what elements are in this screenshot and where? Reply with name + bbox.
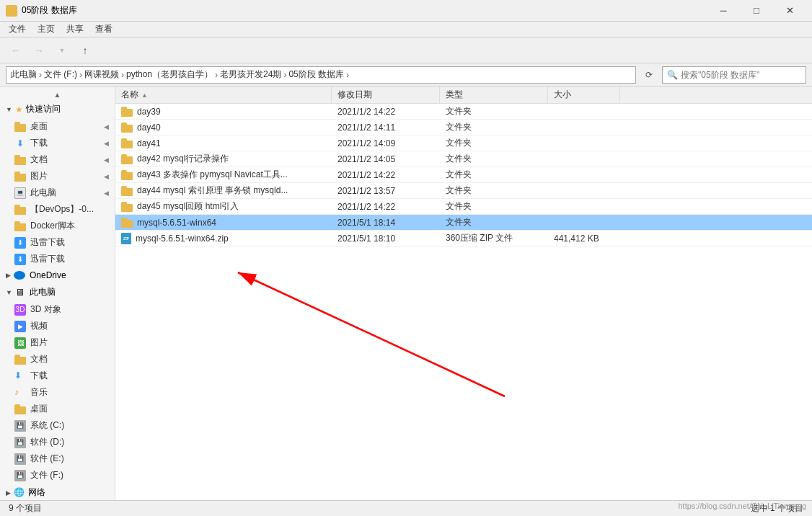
sidebar-item-softE[interactable]: 💾 软件 (E:) bbox=[0, 450, 115, 467]
search-box: 🔍 bbox=[662, 66, 806, 84]
search-input[interactable] bbox=[681, 70, 801, 80]
folder-icon bbox=[121, 154, 133, 164]
network-header[interactable]: ▶ 🌐 网络 bbox=[0, 484, 115, 500]
main-area: ▲ ▼ ★ 快速访问 桌面 ◀ ⬇ 下载 ◀ 文档 ◀ 图片 ◀ 💻 bbox=[0, 86, 812, 500]
toolbar: ← → ▼ ↑ bbox=[0, 37, 812, 63]
sidebar-item-docs2[interactable]: 文档 bbox=[0, 351, 115, 368]
sidebar-item-dl2[interactable]: ⬇ 下载 bbox=[0, 368, 115, 384]
sidebar-item-devops[interactable]: 【DevOps】-0... bbox=[0, 201, 115, 218]
recent-locations-button[interactable]: ▼ bbox=[52, 40, 72, 61]
sort-icon-name: ▲ bbox=[141, 92, 148, 99]
sidebar-item-fileF[interactable]: 💾 文件 (F:) bbox=[0, 467, 115, 484]
sidebar-item-sysC[interactable]: 💾 系统 (C:) bbox=[0, 417, 115, 434]
table-row[interactable]: day43 多表操作 pymysql Navicat工具...2021/1/2 … bbox=[115, 167, 812, 183]
folder-icon-devops bbox=[14, 205, 26, 215]
folder-icon-pics bbox=[14, 172, 26, 182]
table-row[interactable]: mysql-5.6.51-winx642021/5/1 18:14文件夹 bbox=[115, 215, 812, 231]
table-row[interactable]: day402021/1/2 14:11文件夹 bbox=[115, 120, 812, 135]
table-row[interactable]: day392021/1/2 14:22文件夹 bbox=[115, 104, 812, 120]
sidebar-item-pictures[interactable]: 图片 ◀ bbox=[0, 168, 115, 184]
thunder-icon1: ⬇ bbox=[14, 237, 26, 249]
download-icon: ⬇ bbox=[14, 138, 26, 149]
thispc-expand: ▼ bbox=[6, 289, 12, 296]
back-button[interactable]: ← bbox=[6, 40, 26, 61]
minimize-button[interactable]: ─ bbox=[707, 0, 740, 22]
sidebar-item-docker[interactable]: Docker脚本 bbox=[0, 218, 115, 234]
pin-icon3: ◀ bbox=[104, 156, 109, 164]
sidebar-item-music[interactable]: ♪ 音乐 bbox=[0, 384, 115, 401]
onedrive-header[interactable]: ▶ OneDrive bbox=[0, 267, 115, 283]
menu-home[interactable]: 主页 bbox=[32, 22, 61, 37]
menu-share[interactable]: 共享 bbox=[61, 22, 89, 37]
breadcrumb-dev24[interactable]: 老男孩开发24期 bbox=[220, 68, 281, 81]
col-header-date[interactable]: 修改日期 bbox=[332, 86, 440, 103]
file-rows-container: day392021/1/2 14:22文件夹day402021/1/2 14:1… bbox=[115, 104, 812, 246]
folder-icon bbox=[121, 186, 133, 196]
sidebar-item-pictures2[interactable]: 🖼 图片 bbox=[0, 334, 115, 351]
network-label: 网络 bbox=[28, 486, 45, 499]
thunder-icon2: ⬇ bbox=[14, 254, 26, 265]
pin-icon2: ◀ bbox=[104, 140, 109, 147]
breadcrumb-thispc[interactable]: 此电脑 bbox=[11, 68, 37, 81]
network-expand: ▶ bbox=[6, 489, 11, 497]
pictures-icon: 🖼 bbox=[14, 337, 26, 349]
col-header-size[interactable]: 大小 bbox=[548, 86, 620, 103]
folder-icon-docs bbox=[14, 155, 26, 165]
sidebar-item-desktop2[interactable]: 桌面 bbox=[0, 401, 115, 417]
refresh-button[interactable]: ⟳ bbox=[640, 66, 658, 84]
table-row[interactable]: day44 mysql 索引原理 事务锁 mysqld...2021/1/2 1… bbox=[115, 183, 812, 199]
computer-icon: 💻 bbox=[14, 187, 26, 199]
breadcrumb-current[interactable]: 05阶段 数据库 bbox=[288, 68, 344, 81]
breadcrumb-python[interactable]: python（老男孩自学） bbox=[126, 68, 213, 81]
title-bar-controls: ─ □ ✕ bbox=[707, 0, 806, 22]
breadcrumb-courses[interactable]: 网课视频 bbox=[84, 68, 119, 81]
folder-icon-docs2 bbox=[14, 355, 26, 365]
pin-icon: ◀ bbox=[104, 123, 109, 130]
menu-file[interactable]: 文件 bbox=[3, 22, 32, 37]
menu-view[interactable]: 查看 bbox=[89, 22, 118, 37]
thispc-icon: 🖥 bbox=[15, 287, 27, 298]
close-button[interactable]: ✕ bbox=[773, 0, 806, 22]
quick-access-star-icon: ★ bbox=[15, 104, 23, 115]
thispc-section-header[interactable]: ▼ 🖥 此电脑 bbox=[0, 283, 115, 301]
quick-access-expand: ▼ bbox=[6, 106, 12, 113]
folder-icon bbox=[121, 107, 133, 117]
folder-icon bbox=[121, 123, 133, 133]
sidebar-item-downloads[interactable]: ⬇ 下载 ◀ bbox=[0, 135, 115, 151]
pin-icon5: ◀ bbox=[104, 190, 109, 197]
sidebar-item-thunder2[interactable]: ⬇ 迅雷下载 bbox=[0, 251, 115, 267]
table-row[interactable]: day412021/1/2 14:09文件夹 bbox=[115, 135, 812, 151]
thispc-label: 此电脑 bbox=[30, 286, 56, 298]
sidebar-item-desktop[interactable]: 桌面 ◀ bbox=[0, 118, 115, 135]
maximize-button[interactable]: □ bbox=[740, 0, 773, 22]
sidebar-item-3d[interactable]: 3D 3D 对象 bbox=[0, 301, 115, 318]
breadcrumb-drive[interactable]: 文件 (F:) bbox=[44, 68, 77, 81]
music-icon: ♪ bbox=[14, 387, 26, 399]
col-header-name[interactable]: 名称 ▲ bbox=[115, 86, 332, 103]
quick-access-header[interactable]: ▼ ★ 快速访问 bbox=[0, 100, 115, 118]
folder-icon bbox=[121, 138, 133, 148]
zip-icon: ZIP bbox=[121, 233, 131, 244]
table-row[interactable]: day45 mysql回顾 html引入2021/1/2 14:22文件夹 bbox=[115, 199, 812, 215]
folder-icon bbox=[121, 202, 133, 212]
sidebar-item-thunder1[interactable]: ⬇ 迅雷下载 bbox=[0, 234, 115, 251]
title-bar: 05阶段 数据库 ─ □ ✕ bbox=[0, 0, 812, 22]
address-bar: 此电脑 › 文件 (F:) › 网课视频 › python（老男孩自学） › 老… bbox=[0, 63, 812, 86]
sidebar-scroll-up[interactable]: ▲ bbox=[0, 89, 115, 100]
col-header-type[interactable]: 类型 bbox=[440, 86, 548, 103]
forward-button[interactable]: → bbox=[29, 40, 49, 61]
sidebar-item-thispc[interactable]: 💻 此电脑 ◀ bbox=[0, 184, 115, 201]
up-button[interactable]: ↑ bbox=[75, 40, 95, 61]
table-row[interactable]: ZIPmysql-5.6.51-winx64.zip2021/5/1 18:10… bbox=[115, 231, 812, 246]
sidebar-item-softD[interactable]: 💾 软件 (D:) bbox=[0, 434, 115, 450]
file-list: 名称 ▲ 修改日期 类型 大小 day392021/1/2 14:22文件夹da… bbox=[115, 86, 812, 500]
folder-icon bbox=[121, 218, 133, 228]
table-row[interactable]: day42 mysql行记录操作2021/1/2 14:05文件夹 bbox=[115, 151, 812, 167]
quick-access-label: 快速访问 bbox=[26, 103, 61, 115]
sidebar-item-documents[interactable]: 文档 ◀ bbox=[0, 151, 115, 168]
folder-icon-desktop2 bbox=[14, 404, 26, 414]
sidebar-item-video[interactable]: ▶ 视频 bbox=[0, 318, 115, 334]
drive-e-icon: 💾 bbox=[14, 453, 26, 465]
menu-bar: 文件 主页 共享 查看 bbox=[0, 22, 812, 37]
breadcrumb-bar[interactable]: 此电脑 › 文件 (F:) › 网课视频 › python（老男孩自学） › 老… bbox=[6, 66, 636, 84]
